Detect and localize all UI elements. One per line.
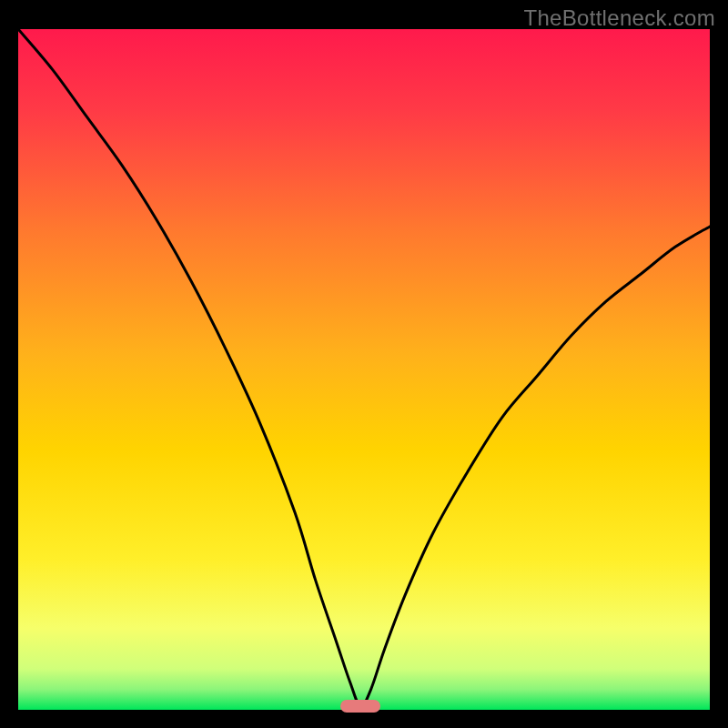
gradient-background xyxy=(18,29,710,710)
watermark-text: TheBottleneck.com xyxy=(523,5,715,31)
plot-area xyxy=(18,29,710,710)
svg-rect-0 xyxy=(18,29,710,710)
chart-container: TheBottleneck.com xyxy=(0,0,728,728)
optimum-marker xyxy=(340,700,380,713)
